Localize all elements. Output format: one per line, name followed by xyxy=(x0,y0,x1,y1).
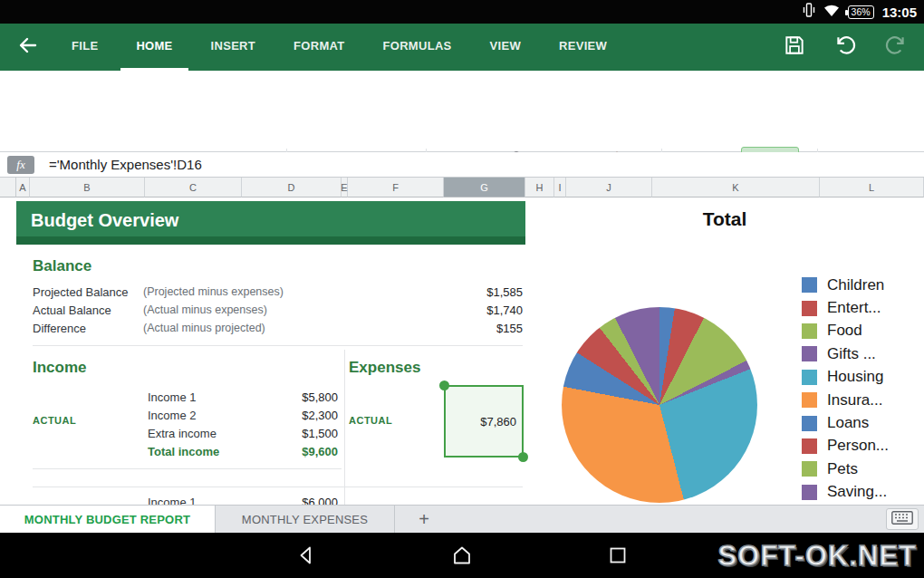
income-row-label: Income 2 xyxy=(148,409,196,422)
nav-home-button[interactable] xyxy=(451,544,473,570)
nav-recents-button[interactable] xyxy=(607,544,629,570)
sheet-tab-bar: MONTHLY BUDGET REPORT MONTHLY EXPENSES + xyxy=(0,505,924,533)
column-header-A[interactable]: A xyxy=(16,178,30,197)
column-divider xyxy=(344,350,345,505)
total-income-label: Total income xyxy=(148,445,219,458)
column-header-J[interactable]: J xyxy=(566,178,652,197)
column-header-B[interactable]: B xyxy=(30,178,145,197)
keyboard-toggle-button[interactable] xyxy=(886,508,919,530)
legend-swatch xyxy=(802,323,817,339)
column-header-F[interactable]: F xyxy=(348,178,444,197)
ribbon-tab-review[interactable]: REVIEW xyxy=(544,24,622,71)
legend-swatch xyxy=(802,370,817,385)
column-header-E[interactable]: E xyxy=(342,178,348,197)
balance-row-value: $155 xyxy=(432,322,523,335)
formula-input[interactable]: ='Monthly Expenses'!D16 xyxy=(49,157,202,172)
back-button[interactable] xyxy=(0,24,56,71)
legend-label: Entert... xyxy=(827,299,881,317)
ribbon-tab-home[interactable]: HOME xyxy=(120,24,188,71)
income-row-value: $2,300 xyxy=(256,409,338,422)
fx-button[interactable]: fx xyxy=(7,156,34,174)
balance-heading: Balance xyxy=(33,257,91,275)
vibrate-icon xyxy=(803,3,815,21)
sheet-tab-monthly-expenses[interactable]: MONTHLY EXPENSES xyxy=(216,506,395,533)
income-row-label: Income 1 xyxy=(148,390,196,404)
column-header-C[interactable]: C xyxy=(145,178,242,197)
selected-cell-value: $7,860 xyxy=(480,415,516,429)
balance-row-desc: (Projected minus expenses) xyxy=(143,285,284,298)
legend-label: Person... xyxy=(827,437,889,455)
column-header-L[interactable]: L xyxy=(820,178,924,197)
column-headers: ABCDEFGHIJKL xyxy=(16,178,924,197)
income-actual-label: ACTUAL xyxy=(33,415,76,426)
legend-swatch xyxy=(802,461,817,477)
legend-item: Insura... xyxy=(802,389,889,411)
expenses-actual-label: ACTUAL xyxy=(349,415,392,426)
watermark: SOFT-OK.NET xyxy=(718,540,917,573)
balance-row-desc: (Actual minus expenses) xyxy=(143,303,267,316)
select-all-corner[interactable] xyxy=(0,178,16,197)
wifi-icon xyxy=(823,4,840,21)
legend-item: Loans xyxy=(802,411,889,434)
legend-swatch xyxy=(802,392,817,408)
formatting-toolbar: Franklin Gothic Book 10 A ▾ B I U S xyxy=(0,71,924,152)
legend-label: Loans xyxy=(827,414,869,432)
column-header-H[interactable]: H xyxy=(525,178,554,197)
legend-swatch xyxy=(802,438,817,454)
legend-item: Children xyxy=(802,274,889,296)
sheet-tab-monthly-budget-report[interactable]: MONTHLY BUDGET REPORT xyxy=(0,506,216,533)
legend-label: Housing xyxy=(827,368,883,386)
legend-swatch xyxy=(802,277,817,293)
column-header-G[interactable]: G xyxy=(444,178,525,197)
spreadsheet: ABCDEFGHIJKL 1234567891011121314 Budget … xyxy=(0,178,924,505)
column-header-K[interactable]: K xyxy=(652,178,820,197)
undo-button[interactable] xyxy=(833,34,857,61)
legend-item: Pets xyxy=(802,458,889,480)
nav-back-button[interactable] xyxy=(295,544,317,570)
chart-title: Total xyxy=(634,208,815,230)
selection-handle-top-left[interactable] xyxy=(439,381,449,390)
ribbon-tab-bar: FILEHOMEINSERTFORMATFORMULASVIEWREVIEW xyxy=(56,24,622,71)
add-sheet-button[interactable]: + xyxy=(395,506,453,533)
balance-row-value: $1,740 xyxy=(432,303,523,317)
balance-row-label: Difference xyxy=(33,322,86,335)
legend-swatch xyxy=(802,485,817,500)
ribbon-tab-formulas[interactable]: FORMULAS xyxy=(368,24,467,71)
legend-label: Pets xyxy=(827,460,858,478)
partial-row-label: Income 1 xyxy=(148,496,196,505)
android-nav-bar: SOFT-OK.NET xyxy=(0,533,924,578)
ribbon-tab-view[interactable]: VIEW xyxy=(475,24,536,71)
selected-cell[interactable]: $7,860 xyxy=(444,385,524,458)
section-divider xyxy=(33,345,523,346)
legend-label: Gifts ... xyxy=(827,345,876,363)
legend-label: Children xyxy=(827,276,884,294)
section-divider xyxy=(33,486,523,487)
column-header-D[interactable]: D xyxy=(242,178,342,197)
selection-handle-bottom-right[interactable] xyxy=(518,452,528,462)
legend-label: Saving... xyxy=(827,483,887,501)
ribbon-tab-file[interactable]: FILE xyxy=(56,24,113,71)
legend-item: Food xyxy=(802,320,889,342)
legend-swatch xyxy=(802,416,817,431)
back-arrow-icon xyxy=(17,34,39,60)
total-income-value: $9,600 xyxy=(256,445,338,458)
status-clock: 13:05 xyxy=(882,5,917,20)
legend-label: Food xyxy=(827,322,862,340)
expenses-heading: Expenses xyxy=(349,359,420,377)
ribbon-tab-format[interactable]: FORMAT xyxy=(278,24,360,71)
ribbon-tab-insert[interactable]: INSERT xyxy=(196,24,271,71)
budget-overview-banner: Budget Overview xyxy=(16,201,525,245)
tablet-screen: 36% 13:05 FILEHOMEINSERTFORMATFORMULASVI… xyxy=(0,0,924,578)
legend-item: Person... xyxy=(802,435,889,458)
status-bar: 36% 13:05 xyxy=(0,0,924,24)
income-row-label: Extra income xyxy=(148,427,217,440)
balance-row-desc: (Actual minus projected) xyxy=(143,322,265,334)
column-header-I[interactable]: I xyxy=(554,178,566,197)
sheet-title: Budget Overview xyxy=(31,210,178,231)
redo-button[interactable] xyxy=(884,34,908,61)
legend-item: Saving... xyxy=(802,481,889,504)
sheet-body[interactable]: Budget Overview Balance Projected Balanc… xyxy=(0,197,924,505)
save-button[interactable] xyxy=(783,34,806,61)
ribbon: FILEHOMEINSERTFORMATFORMULASVIEWREVIEW xyxy=(0,24,924,71)
pie-chart[interactable] xyxy=(562,307,757,503)
